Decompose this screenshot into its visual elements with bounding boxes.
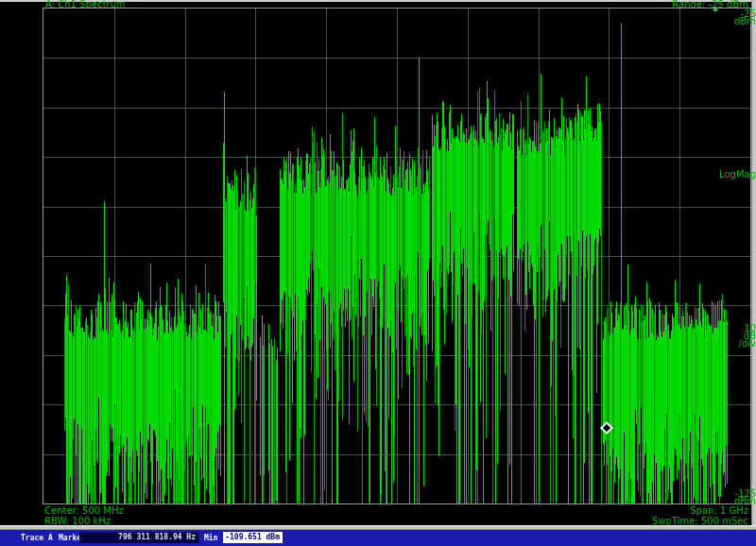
span-label[interactable]: Span: 1 GHz: [690, 506, 748, 515]
y-axis-bottom-level: -125dBm: [714, 490, 756, 505]
marker-status-bar: Trace A Marker: 796 311 818.94 Hz Min -1…: [0, 530, 756, 546]
sweep-time-label: SwpTime: 500 mSec: [652, 517, 748, 525]
window-right-border: [751, 0, 756, 525]
trace-name-label: Trace A: [21, 534, 53, 542]
marker-mode-label[interactable]: Min: [204, 534, 217, 542]
center-frequency-label[interactable]: Center: 500 MHz: [44, 506, 124, 515]
rbw-label[interactable]: RBW: 100 kHz: [44, 517, 111, 525]
spectrum-trace-canvas: [43, 9, 750, 503]
marker-frequency-field[interactable]: 796 311 818.94 Hz: [79, 532, 198, 543]
marker-amplitude-field[interactable]: -109.651 dBm: [223, 532, 283, 543]
spectrum-plot[interactable]: [43, 8, 751, 504]
y-axis-format-label[interactable]: LogMag: [714, 171, 756, 179]
vsa-window: A: Ch1 Spectrum Range: -25 dBm -25dBm Lo…: [0, 0, 756, 546]
y-axis-scale-label[interactable]: 10dB/div: [714, 325, 756, 348]
y-axis-ref-level[interactable]: -25dBm: [714, 10, 756, 26]
